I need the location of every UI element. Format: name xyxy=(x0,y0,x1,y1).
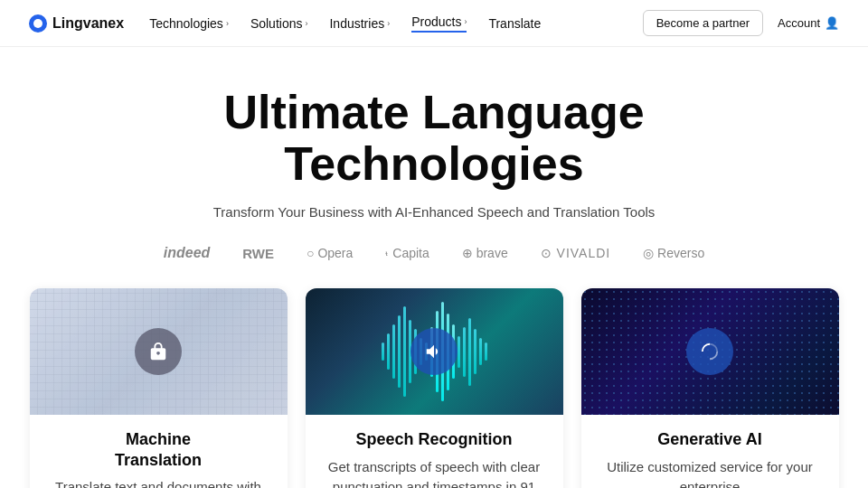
card-title-mt: Machine Translation xyxy=(46,429,271,470)
brand-reverso: ◎ Reverso xyxy=(643,246,704,260)
nav-item-translate[interactable]: Translate xyxy=(488,16,541,31)
chevron-down-icon: › xyxy=(464,17,467,26)
account-icon: 👤 xyxy=(825,16,839,30)
logo-icon xyxy=(29,14,47,33)
product-cards: Machine Translation Translate text and d… xyxy=(18,288,850,488)
navbar: Lingvanex Technologies › Solutions › Ind… xyxy=(0,0,868,47)
become-partner-button[interactable]: Become a partner xyxy=(643,10,763,36)
nav-item-products[interactable]: Products › xyxy=(411,14,467,33)
nav-item-industries[interactable]: Industries › xyxy=(329,16,390,31)
ai-loader-icon-circle xyxy=(686,328,733,375)
chevron-down-icon: › xyxy=(387,19,390,28)
card-image-ai xyxy=(581,288,839,415)
logo-text: Lingvanex xyxy=(52,15,124,32)
brand-indeed: indeed xyxy=(164,245,211,261)
hero-section: Ultimate Language Technologies Transform… xyxy=(0,47,868,488)
brand-capita: ᵼCapita xyxy=(385,246,429,260)
card-machine-translation: Machine Translation Translate text and d… xyxy=(30,288,288,488)
brand-opera: ○ Opera xyxy=(307,246,353,260)
card-body-sr: Speech Recognition Get transcripts of sp… xyxy=(306,415,563,488)
nav-item-solutions[interactable]: Solutions › xyxy=(250,16,308,31)
card-body-ai: Generative AI Utilize customized service… xyxy=(581,415,839,488)
nav-right: Become a partner Account 👤 xyxy=(643,10,839,36)
card-generative-ai: Generative AI Utilize customized service… xyxy=(581,288,839,488)
chevron-down-icon: › xyxy=(226,19,229,28)
nav-items: Technologies › Solutions › Industries › … xyxy=(149,14,541,33)
brand-logos: indeed RWE ○ Opera ᵼCapita ⊕ brave ⊙ VIV… xyxy=(18,245,850,261)
brand-rwe: RWE xyxy=(242,246,274,261)
card-body-mt: Machine Translation Translate text and d… xyxy=(30,415,288,488)
card-desc-mt: Translate text and documents with total … xyxy=(46,477,271,488)
card-image-mt xyxy=(30,288,288,415)
account-button[interactable]: Account 👤 xyxy=(778,16,839,30)
hero-subtitle: Transform Your Business with AI-Enhanced… xyxy=(18,204,850,220)
chevron-down-icon: › xyxy=(305,19,307,28)
card-title-ai: Generative AI xyxy=(598,429,823,450)
card-title-sr: Speech Recognition xyxy=(322,429,547,450)
hero-title: Ultimate Language Technologies xyxy=(154,87,714,190)
card-desc-ai: Utilize customized service for your ente… xyxy=(598,457,823,488)
svg-point-0 xyxy=(33,19,42,28)
nav-item-technologies[interactable]: Technologies › xyxy=(149,16,229,31)
brand-brave: ⊕ brave xyxy=(462,246,508,260)
lock-icon-circle xyxy=(135,328,182,375)
card-image-sr xyxy=(306,288,563,415)
card-speech-recognition: Speech Recognition Get transcripts of sp… xyxy=(306,288,563,488)
brand-vivaldi: ⊙ VIVALDI xyxy=(541,246,611,260)
card-desc-sr: Get transcripts of speech with clear pun… xyxy=(322,457,547,488)
audio-text-icon-circle xyxy=(410,328,458,375)
logo[interactable]: Lingvanex xyxy=(29,14,124,33)
nav-left: Lingvanex Technologies › Solutions › Ind… xyxy=(29,14,541,33)
